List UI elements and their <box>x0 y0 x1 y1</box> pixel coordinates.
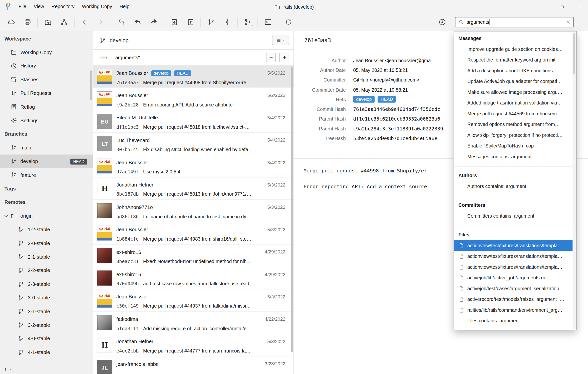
stash-button[interactable] <box>166 15 182 29</box>
dropdown-item[interactable]: Removed options method argument from… <box>454 119 576 130</box>
sidebar-item-main[interactable]: main <box>0 141 93 155</box>
sidebar-item-pull-requests[interactable]: Pull Requests <box>0 86 93 100</box>
commit-message-summary: Merge pull request #45013 from JohnAnon9… <box>143 191 251 197</box>
sidebar-item-1-2-stable[interactable]: 1-2-stable <box>0 223 93 236</box>
printer-button[interactable] <box>19 15 36 29</box>
dropdown-scrollbar[interactable] <box>573 32 576 330</box>
terminal-button[interactable] <box>260 15 276 29</box>
menu-file[interactable]: File <box>15 0 30 13</box>
commit-row[interactable]: JLjean-francois labbe3/28/2022 <box>93 356 294 374</box>
sidebar-item-stashes[interactable]: Stashes <box>0 73 93 86</box>
dropdown-item[interactable]: Enable `Style/MapToHash` cop <box>454 141 576 151</box>
dropdown-item[interactable]: Make sure allowed image processing argu… <box>454 87 576 98</box>
sidebar-item-3-0-stable[interactable]: 3-0-stable <box>0 291 93 305</box>
sidebar-item-3-2-stable[interactable]: 3-2-stable <box>0 318 93 332</box>
menu-view[interactable]: View <box>30 0 48 13</box>
sidebar-item-develop[interactable]: developHEAD <box>0 155 93 168</box>
open-folder-button[interactable] <box>40 15 56 29</box>
clear-search-icon[interactable] <box>565 19 571 25</box>
commit-row[interactable]: ext-shiro164/29/2022070d049badd test cas… <box>93 267 294 290</box>
dropdown-item[interactable]: actionview/test/fixtures/translations/te… <box>454 262 576 272</box>
undo-arrow-button[interactable] <box>113 15 129 29</box>
avatar: LT <box>97 136 112 151</box>
commit-row[interactable]: Ha Ha!Jean BoussierdevelopHEAD5/5/202276… <box>93 66 294 88</box>
create-tag-button[interactable] <box>219 15 235 29</box>
list-options-button[interactable] <box>272 35 289 45</box>
menu-help[interactable]: Help <box>116 0 133 13</box>
dropdown-item[interactable]: Merge pull request #44569 from ghousem… <box>454 108 576 119</box>
remove-filter-button[interactable] <box>266 53 276 62</box>
sidebar-item-2-2-stable[interactable]: 2-2-stable <box>0 264 93 277</box>
cloud-button[interactable] <box>3 15 19 29</box>
dropdown-item[interactable]: Respect the formatter keyword arg on ini… <box>454 55 576 65</box>
dropdown-item[interactable]: Files contains: argument <box>454 315 576 326</box>
sidebar-item-settings[interactable]: Settings <box>0 114 93 127</box>
commit-author: Jean Boussier <box>116 294 148 300</box>
network-button[interactable] <box>56 15 72 29</box>
dropdown-item-label: activejob/test/cases/argument_serializat… <box>467 286 564 291</box>
create-branch-button[interactable] <box>203 15 219 29</box>
push-arrow-button[interactable] <box>146 15 162 29</box>
sidebar-item-2-3-stable[interactable]: 2-3-stable <box>0 277 93 291</box>
dropdown-scrollbar-thumb[interactable] <box>573 33 575 74</box>
maximize-button[interactable] <box>554 0 571 13</box>
sidebar-item-2-1-stable[interactable]: 2-1-stable <box>0 250 93 264</box>
dropdown-item[interactable]: railties/lib/rails/command/environment_a… <box>454 305 576 315</box>
commit-row[interactable]: fatkodima4/22/2022bfda311fAdd missing re… <box>93 312 294 334</box>
sidebar-item-4-0-stable[interactable]: 4-0-stable <box>0 332 93 345</box>
commit-row[interactable]: JohnAnon9771o5/3/20225d86ff86fix: name o… <box>93 200 294 222</box>
commit-icon <box>223 18 231 26</box>
search-input[interactable]: arguments <box>455 17 573 27</box>
sidebar-item-2-0-stable[interactable]: 2-0-stable <box>0 236 93 250</box>
sidebar-item-reflog[interactable]: Reflog <box>0 100 93 114</box>
commit-row[interactable]: Ha Ha!Jean Boussier5/4/2022d7ac149fUse m… <box>93 155 294 178</box>
menu-repository[interactable]: Repository <box>48 0 78 13</box>
dropdown-item[interactable]: Committers contains: argument <box>454 210 576 221</box>
commit-row[interactable]: Ha Ha!Jean Boussier5/3/20221b884cfeMerge… <box>93 222 294 245</box>
pop-stash-button[interactable] <box>182 15 199 29</box>
detail-field-label: Committer Date <box>294 87 353 93</box>
sidebar-item-working-copy[interactable]: Working Copy <box>0 45 93 59</box>
dropdown-item[interactable]: Update ActiveJob que adapter for compati… <box>454 76 576 87</box>
sidebar-item-history[interactable]: History <box>0 59 93 73</box>
download-button[interactable] <box>434 15 450 29</box>
refresh-button[interactable] <box>280 15 296 29</box>
commit-row[interactable]: Ha Ha!Jean Boussier5/2/2022c9a2bc28Error… <box>93 88 294 110</box>
dropdown-item[interactable]: Added image trasnformation validation vi… <box>454 98 576 108</box>
dropdown-item[interactable]: Allow skip_forgery_protection if no prot… <box>454 130 576 141</box>
dropdown-item[interactable]: actionview/test/fixtures/translations/te… <box>454 251 576 262</box>
dropdown-item[interactable]: activejob/test/cases/argument_serializat… <box>454 283 576 294</box>
close-button[interactable] <box>571 0 588 13</box>
dropdown-item[interactable]: Messages contains: argument <box>454 151 576 162</box>
add-filter-button[interactable] <box>279 53 289 62</box>
sidebar-item-3-1-stable[interactable]: 3-1-stable <box>0 305 93 318</box>
sidebar-item-origin[interactable]: origin <box>0 209 93 223</box>
chevron-down-icon[interactable] <box>3 213 10 219</box>
menu-working-copy[interactable]: Working Copy <box>78 0 116 13</box>
dropdown-item[interactable]: Improve upgrade guide section on cookies… <box>454 44 576 55</box>
dropdown-item[interactable]: activerecord/test/models/raises_argument… <box>454 294 576 305</box>
dropdown-item[interactable]: activejob/lib/active_job/arguments.rb <box>454 272 576 283</box>
branch-icon <box>207 18 215 26</box>
merge-button[interactable] <box>239 15 256 29</box>
commit-row[interactable]: HJonathan Hefner5/3/20228bc187dbMerge pu… <box>93 177 294 200</box>
dropdown-item[interactable]: Add a description about LIKE conditions <box>454 65 576 76</box>
back-button[interactable] <box>76 15 93 29</box>
commit-row[interactable]: LTLuc Thevenard5/4/2022303b5145Fix disab… <box>93 133 294 155</box>
commit-row[interactable]: HJonathan Hefner5/3/2022e4ec2cbbMerge pu… <box>93 334 294 357</box>
pull-arrow-button[interactable] <box>129 15 146 29</box>
commit-list-scrollbar[interactable] <box>291 67 293 352</box>
forward-button[interactable] <box>93 15 109 29</box>
sidebar-item-4-1-stable[interactable]: 4-1-stable <box>0 345 93 359</box>
dropdown-item-label: actionview/test/fixtures/translations/te… <box>467 243 563 249</box>
sidebar-item-feature[interactable]: feature <box>0 168 93 182</box>
commit-row[interactable]: ext-shiro164/29/20220beacc31Fixed: NoMet… <box>93 245 294 267</box>
commit-row[interactable]: Ha Ha!Jean Boussier5/3/2022c30ef149Merge… <box>93 289 294 312</box>
commit-row[interactable]: EUEileen M. Uchitelle5/4/2022df1e1bc3Mer… <box>93 110 294 133</box>
dropdown-item[interactable]: Authors contains: argument <box>454 181 576 192</box>
minimize-button[interactable] <box>537 0 554 13</box>
commit-author: ext-shiro16 <box>116 272 141 277</box>
add-repository-button[interactable]: + <box>0 364 12 374</box>
sidebar-scrollbar[interactable] <box>90 70 92 100</box>
dropdown-item[interactable]: actionview/test/fixtures/translations/te… <box>454 240 576 251</box>
